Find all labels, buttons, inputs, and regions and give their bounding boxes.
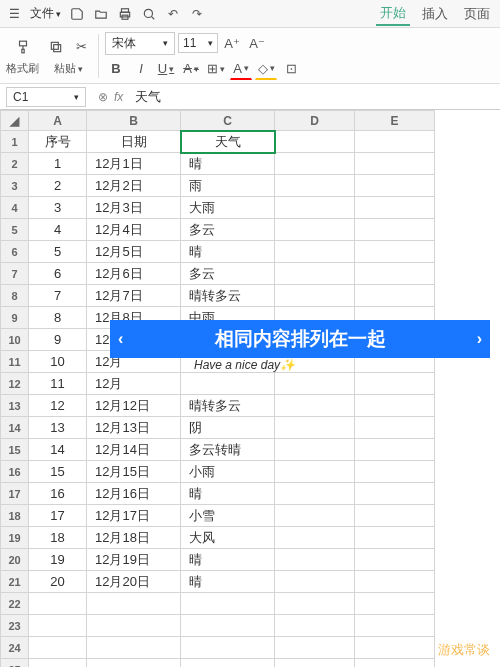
- save-icon[interactable]: [69, 6, 85, 22]
- col-header-d[interactable]: D: [275, 111, 355, 131]
- preview-icon[interactable]: [141, 6, 157, 22]
- cancel-fx-icon[interactable]: ⊗: [98, 90, 108, 104]
- tab-insert[interactable]: 插入: [418, 3, 452, 25]
- cell[interactable]: [275, 615, 355, 637]
- cell[interactable]: 9: [29, 329, 87, 351]
- cell[interactable]: [355, 219, 435, 241]
- cell[interactable]: [275, 197, 355, 219]
- cell[interactable]: 14: [29, 439, 87, 461]
- menu-icon[interactable]: ☰: [6, 6, 22, 22]
- row-header[interactable]: 20: [1, 549, 29, 571]
- row-header[interactable]: 23: [1, 615, 29, 637]
- cell[interactable]: [181, 593, 275, 615]
- cell[interactable]: 晴: [181, 153, 275, 175]
- cell[interactable]: [355, 637, 435, 659]
- cell[interactable]: 12月4日: [87, 219, 181, 241]
- row-header[interactable]: 7: [1, 263, 29, 285]
- cell[interactable]: [355, 439, 435, 461]
- strike-icon[interactable]: A▾: [180, 58, 202, 80]
- cell-reference[interactable]: C1▾: [6, 87, 86, 107]
- cell[interactable]: [355, 131, 435, 153]
- redo-icon[interactable]: ↷: [189, 6, 205, 22]
- cell[interactable]: [87, 615, 181, 637]
- cell[interactable]: 晴: [181, 483, 275, 505]
- row-header[interactable]: 9: [1, 307, 29, 329]
- col-header-c[interactable]: C: [181, 111, 275, 131]
- tab-page[interactable]: 页面: [460, 3, 494, 25]
- cell[interactable]: [87, 593, 181, 615]
- row-header[interactable]: 4: [1, 197, 29, 219]
- cell[interactable]: 晴转多云: [181, 285, 275, 307]
- cell[interactable]: [275, 659, 355, 668]
- cell[interactable]: 10: [29, 351, 87, 373]
- increase-font-icon[interactable]: A⁺: [221, 32, 243, 54]
- cell[interactable]: [181, 615, 275, 637]
- row-header[interactable]: 8: [1, 285, 29, 307]
- row-header[interactable]: 1: [1, 131, 29, 153]
- border-icon[interactable]: ⊞▾: [205, 58, 227, 80]
- cell[interactable]: 晴: [181, 241, 275, 263]
- cell[interactable]: 12月19日: [87, 549, 181, 571]
- print-icon[interactable]: [117, 6, 133, 22]
- cell[interactable]: 晴: [181, 571, 275, 593]
- format-painter-label[interactable]: 格式刷: [6, 61, 39, 76]
- select-all[interactable]: ◢: [1, 111, 29, 131]
- cell[interactable]: [275, 175, 355, 197]
- decrease-font-icon[interactable]: A⁻: [246, 32, 268, 54]
- cell[interactable]: 12月3日: [87, 197, 181, 219]
- cell[interactable]: [355, 153, 435, 175]
- cell[interactable]: 12月: [87, 373, 181, 395]
- cell[interactable]: [355, 615, 435, 637]
- cell[interactable]: 12月6日: [87, 263, 181, 285]
- cell[interactable]: 12月15日: [87, 461, 181, 483]
- cell[interactable]: [87, 659, 181, 668]
- cell[interactable]: 12月20日: [87, 571, 181, 593]
- row-header[interactable]: 10: [1, 329, 29, 351]
- cell[interactable]: [275, 571, 355, 593]
- format-painter-icon[interactable]: [12, 36, 34, 58]
- cell[interactable]: [275, 131, 355, 153]
- cell[interactable]: [355, 571, 435, 593]
- size-select[interactable]: 11▾: [178, 33, 218, 53]
- cut-icon[interactable]: ✂: [70, 36, 92, 58]
- cell[interactable]: 12月16日: [87, 483, 181, 505]
- row-header[interactable]: 15: [1, 439, 29, 461]
- cell[interactable]: [29, 637, 87, 659]
- cell[interactable]: 16: [29, 483, 87, 505]
- cell[interactable]: 12月14日: [87, 439, 181, 461]
- cell[interactable]: 5: [29, 241, 87, 263]
- cell[interactable]: [87, 637, 181, 659]
- row-header[interactable]: 12: [1, 373, 29, 395]
- tab-start[interactable]: 开始: [376, 2, 410, 26]
- row-header[interactable]: 2: [1, 153, 29, 175]
- cell[interactable]: [275, 439, 355, 461]
- cell[interactable]: 12月13日: [87, 417, 181, 439]
- cell[interactable]: [275, 373, 355, 395]
- cell[interactable]: [275, 219, 355, 241]
- row-header[interactable]: 3: [1, 175, 29, 197]
- cell[interactable]: 7: [29, 285, 87, 307]
- formula-input[interactable]: 天气: [129, 88, 500, 106]
- cell[interactable]: [275, 395, 355, 417]
- bold-icon[interactable]: B: [105, 58, 127, 80]
- cell[interactable]: 12月17日: [87, 505, 181, 527]
- cell[interactable]: [275, 285, 355, 307]
- cell[interactable]: 6: [29, 263, 87, 285]
- cell[interactable]: 小雪: [181, 505, 275, 527]
- cell[interactable]: 12月2日: [87, 175, 181, 197]
- row-header[interactable]: 13: [1, 395, 29, 417]
- chevron-right-icon[interactable]: ›: [477, 330, 482, 348]
- cell[interactable]: [355, 593, 435, 615]
- cell[interactable]: 8: [29, 307, 87, 329]
- cell[interactable]: 2: [29, 175, 87, 197]
- cell[interactable]: 12月18日: [87, 527, 181, 549]
- italic-icon[interactable]: I: [130, 58, 152, 80]
- cell[interactable]: [355, 395, 435, 417]
- cell[interactable]: [275, 637, 355, 659]
- fill-color-icon[interactable]: ◇▾: [255, 58, 277, 80]
- cell[interactable]: [181, 373, 275, 395]
- cell[interactable]: 小雨: [181, 461, 275, 483]
- cell[interactable]: 晴: [181, 549, 275, 571]
- cell[interactable]: [275, 483, 355, 505]
- cell[interactable]: [355, 549, 435, 571]
